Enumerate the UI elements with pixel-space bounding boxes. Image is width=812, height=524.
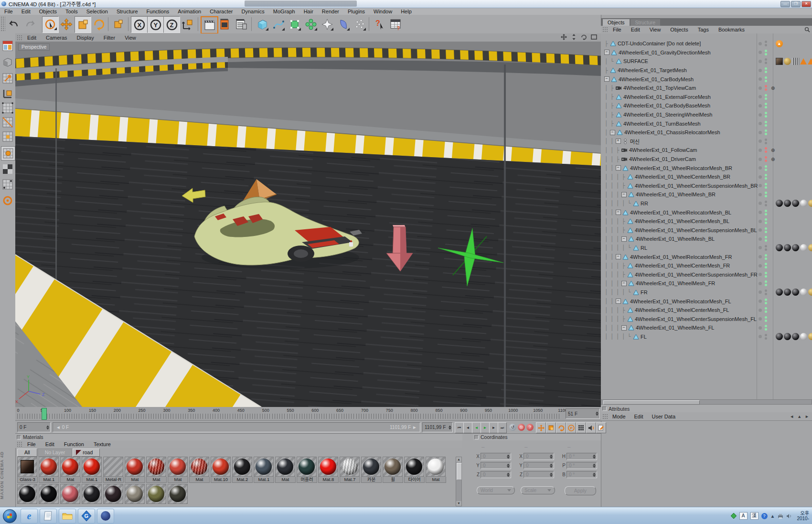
menu-item-edit[interactable]: Edit bbox=[630, 414, 648, 419]
material-item[interactable]: 카본 bbox=[361, 457, 382, 483]
snap-settings-button[interactable] bbox=[1, 194, 14, 207]
visibility-dot[interactable] bbox=[765, 266, 767, 268]
material-item[interactable]: Mat bbox=[426, 457, 446, 483]
gold-tag-icon[interactable] bbox=[808, 333, 812, 340]
layer-dot[interactable] bbox=[759, 95, 762, 98]
x-axis-lock-button[interactable]: X bbox=[131, 16, 148, 33]
prev-frame-button[interactable]: ◄ bbox=[472, 422, 481, 433]
material-item[interactable]: Mat.2 bbox=[232, 457, 253, 483]
tray-help-icon[interactable]: ? bbox=[761, 513, 768, 519]
material-item[interactable]: Mat.8 bbox=[318, 457, 339, 483]
wsphere-tag-icon[interactable] bbox=[800, 289, 807, 296]
material-name[interactable]: Mat bbox=[146, 477, 167, 483]
visibility-dot[interactable] bbox=[765, 334, 767, 336]
layer-dot[interactable] bbox=[759, 309, 762, 312]
material-name[interactable]: 휠 bbox=[383, 477, 403, 483]
object-axis-mode-button[interactable] bbox=[1, 178, 14, 191]
object-tree-row[interactable]: │││├4WheelerExt_01_WheelCenterMesh_FL bbox=[601, 306, 812, 315]
scroll-up-icon[interactable]: ▲ bbox=[456, 457, 461, 462]
coord-field-position[interactable]: 0 bbox=[481, 462, 511, 469]
material-name[interactable]: Mat bbox=[125, 477, 145, 483]
visibility-dot[interactable] bbox=[765, 71, 767, 73]
menu-item-cameras[interactable]: Cameras bbox=[41, 35, 72, 41]
material-item[interactable]: Mat bbox=[60, 457, 81, 483]
menu-item-objects[interactable]: Objects bbox=[35, 9, 61, 14]
visibility-dot[interactable] bbox=[765, 280, 767, 283]
object-tree-row[interactable]: │├4WheelerExt_01_SteeringWheelMesh bbox=[601, 110, 812, 119]
gold-tag-icon[interactable] bbox=[784, 58, 791, 65]
visibility-dot[interactable] bbox=[765, 169, 767, 171]
cube-tag-icon[interactable] bbox=[776, 58, 783, 65]
visibility-dot[interactable] bbox=[765, 192, 767, 194]
bsphere-tag-icon[interactable] bbox=[776, 333, 783, 340]
collapse-icon[interactable]: − bbox=[616, 299, 621, 304]
viewport-menu-grip[interactable] bbox=[17, 35, 22, 41]
menu-item-mode[interactable]: Mode bbox=[608, 414, 630, 419]
visibility-dot[interactable] bbox=[765, 106, 767, 108]
expand-icon[interactable]: + bbox=[616, 139, 621, 144]
current-frame-field[interactable]: 51 F bbox=[566, 408, 600, 419]
layer-dot[interactable] bbox=[759, 193, 762, 196]
object-name[interactable]: 4WheelerExt_01_ChassisRelocatorMesh bbox=[624, 129, 720, 135]
object-tree-row[interactable]: │││├4WheelerExt_01_WheelCenterMesh_BL bbox=[601, 217, 812, 226]
menu-item-file[interactable]: File bbox=[0, 9, 17, 14]
menu-item-file[interactable]: File bbox=[22, 441, 41, 447]
object-tree-row[interactable]: ││││└FR bbox=[601, 288, 812, 297]
make-editable-button[interactable] bbox=[1, 39, 14, 53]
material-item[interactable]: Mat bbox=[189, 457, 210, 483]
menu-item-tags[interactable]: Tags bbox=[693, 27, 714, 32]
visibility-dot[interactable] bbox=[765, 307, 767, 310]
layer-dot[interactable] bbox=[759, 175, 762, 179]
menu-item-file[interactable]: File bbox=[608, 27, 626, 32]
wsphere-tag-icon[interactable] bbox=[800, 200, 807, 207]
layer-dot[interactable] bbox=[759, 158, 762, 161]
view-label[interactable]: Perspective bbox=[18, 43, 50, 51]
objects-menu-grip[interactable] bbox=[602, 27, 608, 32]
layer-dot[interactable] bbox=[759, 282, 762, 285]
object-name[interactable]: 4WheelerExt_01_SteeringWheelMesh bbox=[623, 112, 713, 118]
visibility-dot[interactable] bbox=[765, 50, 767, 52]
visibility-dot[interactable] bbox=[765, 177, 767, 180]
visibility-dot[interactable] bbox=[765, 299, 767, 301]
visibility-dot[interactable] bbox=[765, 53, 767, 55]
layer-dot[interactable] bbox=[759, 264, 762, 267]
materials-tab-all[interactable]: All bbox=[17, 449, 37, 457]
layer-dot[interactable] bbox=[759, 60, 762, 63]
material-name[interactable]: Mat.10 bbox=[211, 477, 231, 483]
materials-tab-no-layer[interactable]: No Layer bbox=[38, 449, 73, 457]
collapse-icon[interactable]: − bbox=[604, 50, 609, 55]
menu-item-view[interactable]: View bbox=[645, 27, 666, 32]
object-name[interactable]: FR bbox=[641, 289, 648, 295]
material-preview[interactable] bbox=[383, 457, 403, 477]
visibility-dot[interactable] bbox=[765, 236, 767, 238]
visibility-dot[interactable] bbox=[765, 85, 767, 87]
wsphere-tag-icon[interactable] bbox=[800, 244, 807, 251]
material-name[interactable]: Mat bbox=[168, 477, 188, 483]
material-name[interactable]: Mat.1 bbox=[39, 477, 59, 483]
move-tool-button[interactable] bbox=[58, 16, 74, 32]
menu-item-selection[interactable]: Selection bbox=[82, 9, 112, 14]
material-name[interactable]: Mat bbox=[60, 477, 81, 483]
tray-expand-icon[interactable]: ▲ bbox=[770, 513, 775, 519]
visibility-dot[interactable] bbox=[765, 325, 767, 327]
collapse-icon[interactable]: − bbox=[621, 236, 627, 242]
coord-field-size[interactable]: 0 bbox=[524, 471, 554, 478]
gold-tag-icon[interactable] bbox=[808, 200, 812, 207]
object-tree-row[interactable]: −4WheelerExt_01_GravityDirectionMesh bbox=[601, 48, 812, 57]
object-name[interactable]: 4WheelerExt_01_WheelCenterSuspensionMesh… bbox=[635, 227, 757, 233]
object-name[interactable]: 4WheelerExt_01_FollowCam bbox=[629, 147, 697, 153]
visibility-dot[interactable] bbox=[765, 248, 767, 251]
object-tree-row[interactable]: │││├4WheelerExt_01_WheelCenterSuspension… bbox=[601, 314, 812, 323]
material-item[interactable] bbox=[82, 484, 102, 506]
layer-dot[interactable] bbox=[759, 290, 762, 294]
visibility-dot[interactable] bbox=[765, 94, 767, 96]
start-frame-field[interactable]: 0 F bbox=[17, 422, 51, 432]
visibility-dot[interactable] bbox=[765, 293, 767, 295]
object-name[interactable]: 4WheelerExt_01_WheelCenterSuspensionMesh… bbox=[635, 272, 758, 278]
visibility-dot[interactable] bbox=[765, 257, 767, 260]
pan-view-icon[interactable] bbox=[561, 34, 567, 40]
layer-dot[interactable] bbox=[759, 69, 762, 72]
attributes-menu-grip[interactable] bbox=[602, 414, 608, 419]
menu-item-character[interactable]: Character bbox=[205, 9, 237, 14]
object-name[interactable]: 4WheelerExt_01_TopViewCam bbox=[623, 85, 696, 91]
